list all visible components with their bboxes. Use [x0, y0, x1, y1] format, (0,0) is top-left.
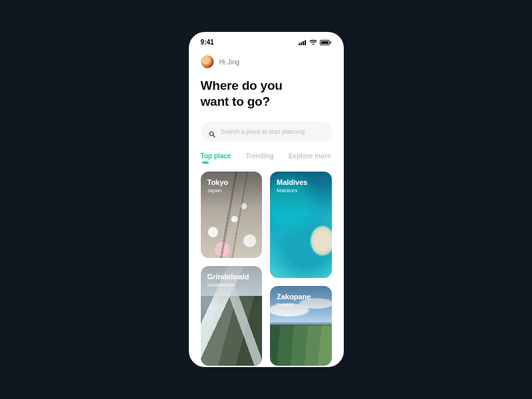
- search-bar[interactable]: [201, 122, 332, 142]
- page-title: Where do youwant to go?: [201, 78, 332, 110]
- status-time: 9:41: [201, 39, 214, 46]
- card-grid: Tokyo Japan Grindelwald Switzerland Mald…: [201, 172, 332, 366]
- cellular-signal-icon: [299, 40, 307, 45]
- card-title: Tokyo: [207, 178, 229, 186]
- card-title: Maldives: [277, 178, 307, 186]
- wifi-icon: [309, 40, 317, 45]
- search-input[interactable]: [221, 128, 324, 135]
- battery-icon: [320, 40, 332, 45]
- card-title: Grindelwald: [207, 273, 249, 281]
- svg-rect-2: [303, 41, 304, 45]
- tab-top-place[interactable]: Top place: [201, 152, 231, 160]
- search-icon: [209, 128, 215, 135]
- card-subtitle: Japan: [207, 188, 229, 194]
- tab-bar: Top place Trending Explore more: [201, 152, 332, 160]
- svg-rect-3: [305, 40, 306, 45]
- status-indicators: [299, 40, 332, 45]
- status-bar: 9:41: [189, 32, 344, 49]
- card-tokyo[interactable]: Tokyo Japan: [201, 172, 263, 258]
- card-title: Zakopane: [277, 293, 311, 301]
- card-subtitle: Poland: [277, 302, 311, 308]
- card-subtitle: Switzerland: [207, 282, 249, 288]
- card-zakopane[interactable]: Zakopane Poland: [270, 286, 332, 366]
- user-row[interactable]: Hi Jing: [201, 55, 332, 68]
- tab-explore-more[interactable]: Explore more: [289, 152, 331, 160]
- card-grindelwald[interactable]: Grindelwald Switzerland: [201, 266, 263, 366]
- greeting-text: Hi Jing: [219, 59, 240, 66]
- svg-rect-1: [301, 42, 302, 45]
- svg-line-8: [213, 135, 215, 137]
- card-maldives[interactable]: Maldives Maldives: [270, 172, 332, 278]
- svg-rect-6: [330, 41, 331, 43]
- tab-trending[interactable]: Trending: [245, 152, 273, 160]
- avatar[interactable]: [201, 55, 214, 68]
- svg-rect-0: [299, 43, 300, 45]
- card-subtitle: Maldives: [277, 188, 307, 194]
- phone-frame: 9:41 Hi Jing Where do youwant to go?: [189, 32, 344, 367]
- svg-rect-5: [321, 41, 329, 44]
